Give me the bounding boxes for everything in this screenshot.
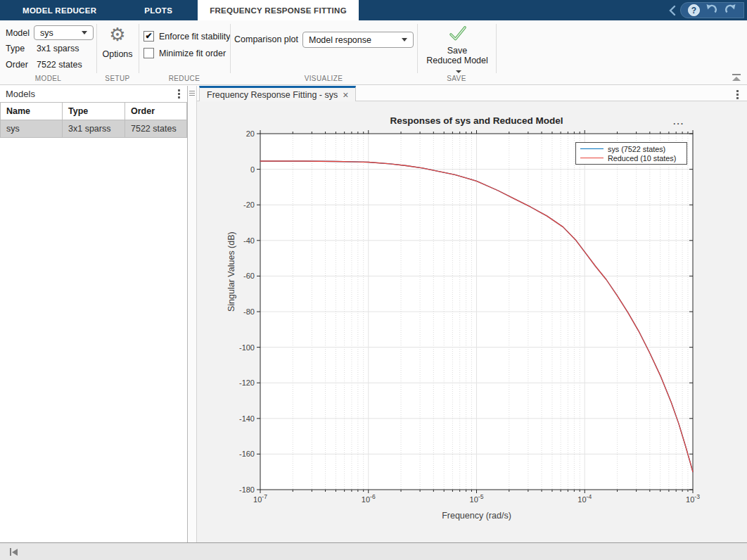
order-value: 7522 states bbox=[37, 60, 82, 70]
enforce-fit-stability-label: Enforce fit stability bbox=[159, 32, 230, 42]
x-tick-label: 10-4 bbox=[577, 493, 592, 504]
model-dropdown[interactable]: sys bbox=[34, 25, 94, 40]
minimize-fit-order-checkbox[interactable] bbox=[143, 48, 154, 58]
collapse-panel-icon[interactable] bbox=[10, 548, 18, 556]
ribbon-separator bbox=[139, 24, 139, 73]
legend-line-sample bbox=[580, 158, 604, 158]
table-cell: 3x1 sparss bbox=[63, 120, 125, 138]
models-table-header: NameTypeOrder bbox=[1, 103, 187, 120]
y-tick-label: -80 bbox=[243, 307, 255, 316]
order-label: Order bbox=[6, 60, 28, 70]
collapse-ribbon-icon[interactable] bbox=[732, 74, 741, 81]
document-tab-strip: Frequency Response Fitting - sys × bbox=[197, 86, 747, 101]
y-tick-label: -180 bbox=[239, 485, 255, 494]
kebab-menu-icon[interactable] bbox=[735, 89, 740, 101]
y-tick-label: -100 bbox=[239, 343, 255, 352]
table-row[interactable]: sys3x1 sparss7522 states bbox=[1, 120, 187, 138]
enforce-fit-stability-checkbox[interactable]: ✔ bbox=[143, 31, 154, 42]
y-tick-label: -60 bbox=[243, 272, 255, 280]
save-check-icon bbox=[448, 25, 467, 42]
x-tick-label: 10-7 bbox=[253, 493, 267, 504]
section-label-model: MODEL bbox=[0, 75, 96, 82]
quick-access-pill: ? bbox=[680, 2, 744, 18]
models-panel-title: Models bbox=[6, 89, 35, 99]
y-tick-label: -160 bbox=[239, 450, 255, 458]
x-tick-label: 10-6 bbox=[362, 493, 376, 504]
models-panel: Models NameTypeOrder sys3x1 sparss7522 s… bbox=[0, 86, 188, 542]
type-value: 3x1 sparss bbox=[37, 44, 79, 53]
help-icon[interactable]: ? bbox=[688, 4, 700, 16]
save-button-line2: Reduced Model bbox=[426, 56, 488, 65]
options-button-label: Options bbox=[96, 49, 139, 59]
models-column-header[interactable]: Type bbox=[63, 103, 125, 120]
plot-canvas[interactable]: 10-710-610-510-410-3200-20-40-60-80-100-… bbox=[197, 101, 747, 542]
y-tick-label: 20 bbox=[246, 129, 255, 138]
minimize-fit-order-label: Minimize fit order bbox=[159, 49, 226, 58]
x-tick-label: 10-3 bbox=[686, 493, 700, 504]
section-label-reduce: REDUCE bbox=[139, 75, 230, 82]
chevron-down-icon bbox=[402, 38, 407, 42]
plot-legend[interactable]: sys (7522 states)Reduced (10 states) bbox=[575, 142, 687, 165]
legend-line-sample bbox=[580, 148, 604, 149]
x-tick-label: 10-5 bbox=[470, 493, 484, 504]
section-label-setup: SETUP bbox=[96, 75, 139, 82]
tab-plots[interactable]: PLOTS bbox=[119, 0, 198, 20]
chevron-left-icon[interactable] bbox=[669, 5, 676, 16]
model-label: Model bbox=[6, 28, 30, 38]
splitter-grip-icon bbox=[189, 91, 195, 96]
comparison-plot-value: Model response bbox=[309, 35, 371, 45]
models-column-header[interactable]: Name bbox=[1, 103, 63, 120]
table-cell: 7522 states bbox=[125, 120, 187, 138]
save-reduced-model-button[interactable]: Save Reduced Model bbox=[422, 23, 492, 75]
app-tab-bar: MODEL REDUCER PLOTS FREQUENCY RESPONSE F… bbox=[0, 0, 747, 20]
models-table: NameTypeOrder sys3x1 sparss7522 states bbox=[0, 102, 187, 138]
y-tick-label: -140 bbox=[239, 414, 255, 423]
document-area: Frequency Response Fitting - sys × Respo… bbox=[197, 86, 747, 542]
section-label-save: SAVE bbox=[417, 75, 496, 82]
legend-entry: sys (7522 states) bbox=[576, 144, 687, 153]
legend-entry: Reduced (10 states) bbox=[576, 153, 687, 163]
y-tick-label: 0 bbox=[250, 165, 255, 174]
ribbon-separator bbox=[230, 24, 231, 73]
tab-model-reducer[interactable]: MODEL REDUCER bbox=[0, 0, 119, 20]
y-tick-label: -120 bbox=[239, 378, 255, 387]
close-icon[interactable]: × bbox=[343, 90, 348, 100]
legend-label: Reduced (10 states) bbox=[608, 154, 676, 163]
ribbon-separator bbox=[96, 24, 97, 73]
undo-icon[interactable] bbox=[706, 4, 718, 18]
chevron-down-icon bbox=[82, 31, 87, 34]
kebab-menu-icon[interactable] bbox=[177, 88, 181, 100]
model-dropdown-value: sys bbox=[40, 28, 53, 38]
status-bar bbox=[0, 542, 747, 560]
table-cell: sys bbox=[1, 120, 63, 138]
legend-label: sys (7522 states) bbox=[608, 145, 665, 153]
y-tick-label: -20 bbox=[243, 201, 255, 209]
quick-access-toolbar: ? bbox=[669, 2, 744, 18]
type-label: Type bbox=[6, 44, 25, 53]
panel-splitter[interactable] bbox=[188, 86, 197, 542]
save-button-line1: Save bbox=[422, 46, 492, 56]
chevron-down-icon bbox=[456, 70, 461, 73]
section-label-visualize: VISUALIZE bbox=[230, 75, 417, 82]
tab-frequency-response-fitting[interactable]: FREQUENCY RESPONSE FITTING bbox=[198, 0, 359, 20]
ribbon-separator bbox=[417, 24, 418, 73]
comparison-plot-label: Comparison plot bbox=[234, 34, 298, 44]
document-tab-frf-sys[interactable]: Frequency Response Fitting - sys × bbox=[199, 86, 356, 101]
comparison-plot-dropdown[interactable]: Model response bbox=[302, 32, 414, 48]
models-column-header[interactable]: Order bbox=[125, 103, 187, 120]
ribbon: Model sys Type 3x1 sparss Order 7522 sta… bbox=[0, 20, 747, 85]
document-tab-label: Frequency Response Fitting - sys bbox=[207, 90, 338, 100]
y-tick-label: -40 bbox=[243, 236, 255, 245]
ribbon-separator bbox=[496, 24, 497, 73]
redo-icon[interactable] bbox=[724, 4, 736, 18]
plot-figure: Responses of sys and Reduced Model ⋯ Sin… bbox=[197, 101, 747, 542]
gear-icon: ⚙ bbox=[106, 23, 129, 46]
